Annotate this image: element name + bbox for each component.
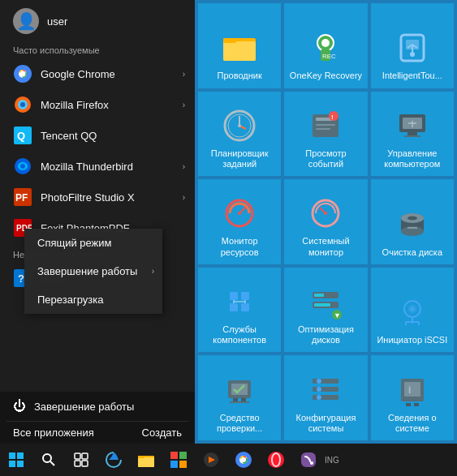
svg-rect-81 bbox=[233, 398, 238, 401]
svg-text:Q: Q bbox=[17, 130, 25, 142]
tile-disk-opt[interactable]: ▼ Оптимизация дисков bbox=[284, 268, 367, 353]
tile-components[interactable]: Службы компонентов bbox=[198, 268, 281, 353]
svg-rect-93 bbox=[414, 403, 419, 406]
app-item-firefox[interactable]: Mozilla Firefox › bbox=[0, 89, 195, 120]
photofiltre-arrow: › bbox=[183, 193, 185, 202]
tile-scheduler[interactable]: Планировщик заданий bbox=[198, 92, 281, 177]
app-label-chrome: Google Chrome bbox=[41, 68, 115, 80]
create-label[interactable]: Создать bbox=[142, 427, 182, 439]
app-item-photofiltre[interactable]: PF PhotoFiltre Studio X › bbox=[0, 182, 195, 212]
svg-rect-62 bbox=[241, 303, 249, 311]
chrome-icon bbox=[13, 64, 32, 84]
svg-rect-86 bbox=[313, 395, 338, 400]
svg-rect-96 bbox=[17, 452, 24, 459]
svg-point-5 bbox=[20, 102, 25, 107]
sys-info-tile-label: Сведения о системе bbox=[371, 413, 454, 434]
opera-taskbar-icon[interactable] bbox=[260, 444, 292, 476]
sys-config-tile-icon bbox=[306, 371, 345, 410]
tiles-panel: Проводник REC OneKey Recovery bbox=[195, 0, 457, 444]
svg-point-99 bbox=[43, 454, 51, 462]
tile-events[interactable]: ! Просмотр событий bbox=[284, 92, 367, 177]
svg-rect-43 bbox=[407, 132, 417, 135]
store-taskbar-icon[interactable] bbox=[162, 444, 195, 476]
shutdown-menu-arrow: › bbox=[152, 267, 154, 276]
disk-opt-tile-label: Оптимизация дисков bbox=[284, 324, 367, 345]
firefox-icon bbox=[13, 95, 32, 114]
context-restart[interactable]: Перезагрузка bbox=[24, 285, 162, 314]
iscsi-tile-label: Инициатор iSCSI bbox=[373, 335, 451, 345]
time-display: ING bbox=[325, 456, 339, 465]
taskbar: ING bbox=[0, 444, 457, 476]
tile-system-mon[interactable]: Системный монитор bbox=[284, 179, 367, 264]
app-item-qq[interactable]: Q Tencent QQ bbox=[0, 120, 195, 151]
sleep-label: Спящий режим bbox=[37, 237, 112, 249]
explorer-tile-icon bbox=[220, 28, 259, 67]
tile-iscsi[interactable]: Инициатор iSCSI bbox=[371, 268, 454, 353]
svg-point-74 bbox=[411, 307, 414, 311]
scheduler-tile-label: Планировщик заданий bbox=[198, 148, 281, 169]
svg-point-87 bbox=[317, 379, 321, 384]
svg-rect-61 bbox=[230, 303, 238, 311]
disk-clean-tile-label: Очистка диска bbox=[379, 247, 446, 258]
svg-rect-85 bbox=[313, 387, 338, 392]
app-label-photofiltre: PhotoFiltre Studio X bbox=[41, 191, 135, 204]
svg-rect-106 bbox=[138, 457, 154, 467]
disk-check-tile-label: Средство проверки... bbox=[198, 413, 281, 434]
tile-intellitouch[interactable]: IntelligentTou... bbox=[371, 3, 454, 88]
app-item-chrome[interactable]: Google Chrome › bbox=[0, 58, 195, 89]
app-item-thunderbird[interactable]: Mozilla Thunderbird › bbox=[0, 151, 195, 182]
edge-taskbar-icon[interactable] bbox=[97, 444, 130, 476]
tile-sys-config[interactable]: Конфигурация системы bbox=[284, 355, 367, 440]
svg-text:!: ! bbox=[331, 114, 334, 121]
svg-text:i: i bbox=[408, 384, 411, 396]
computer-mgmt-tile-label: Управление компьютером bbox=[371, 148, 454, 169]
svg-rect-95 bbox=[9, 452, 15, 459]
svg-rect-68 bbox=[314, 294, 324, 297]
onekey-tile-icon: REC bbox=[306, 28, 345, 67]
context-sleep[interactable]: Спящий режим bbox=[24, 229, 162, 257]
svg-point-89 bbox=[317, 395, 321, 400]
svg-rect-110 bbox=[170, 461, 178, 468]
components-tile-icon bbox=[220, 282, 259, 321]
svg-rect-69 bbox=[314, 303, 330, 307]
tile-explorer[interactable]: Проводник bbox=[198, 3, 281, 88]
svg-rect-82 bbox=[241, 398, 246, 401]
avatar[interactable]: 👤 bbox=[13, 8, 39, 34]
left-panel: 👤 user Часто используемые Google Chrome … bbox=[0, 0, 195, 444]
explorer-taskbar-icon[interactable] bbox=[130, 444, 162, 476]
tile-computer-mgmt[interactable]: Управление компьютером bbox=[371, 92, 454, 177]
events-tile-icon: ! bbox=[306, 106, 345, 145]
context-shutdown-menu[interactable]: Завершение работы › bbox=[24, 257, 162, 285]
user-section: 👤 user bbox=[0, 0, 195, 39]
svg-rect-91 bbox=[404, 382, 420, 397]
taskbar-right: ING bbox=[325, 456, 346, 465]
tile-resource-mon[interactable]: Монитор ресурсов bbox=[198, 179, 281, 264]
tile-disk-clean[interactable]: Очистка диска bbox=[371, 179, 454, 264]
svg-rect-101 bbox=[75, 453, 80, 459]
app-label-firefox: Mozilla Firefox bbox=[41, 99, 109, 111]
start-button[interactable] bbox=[0, 444, 32, 476]
shutdown-button[interactable]: ⏻ Завершение работы bbox=[0, 392, 195, 421]
user-name: user bbox=[47, 15, 67, 28]
search-button[interactable] bbox=[32, 444, 65, 476]
svg-point-49 bbox=[238, 212, 241, 215]
frequently-used-label: Часто используемые bbox=[0, 39, 195, 58]
all-apps-row: Все приложения Создать bbox=[0, 422, 195, 444]
task-view-button[interactable] bbox=[65, 444, 97, 476]
shutdown-menu-label: Завершение работы bbox=[37, 265, 137, 277]
svg-text:PF: PF bbox=[15, 192, 28, 204]
svg-point-119 bbox=[310, 461, 313, 465]
svg-rect-37 bbox=[316, 124, 335, 126]
system-mon-tile-label: Системный монитор bbox=[284, 236, 367, 257]
chrome-taskbar-icon[interactable] bbox=[227, 444, 260, 476]
app-label-qq: Tencent QQ bbox=[41, 130, 97, 142]
tile-onekey[interactable]: REC OneKey Recovery bbox=[284, 3, 367, 88]
viber-taskbar-icon[interactable] bbox=[292, 444, 325, 476]
tile-disk-check[interactable]: Средство проверки... bbox=[198, 355, 281, 440]
shutdown-label: Завершение работы bbox=[34, 401, 134, 413]
all-apps-label[interactable]: Все приложения bbox=[13, 427, 94, 439]
winamp-taskbar-icon[interactable] bbox=[195, 444, 227, 476]
svg-rect-98 bbox=[17, 461, 24, 467]
svg-rect-18 bbox=[223, 41, 256, 61]
tile-sys-info[interactable]: i Сведения о системе bbox=[371, 355, 454, 440]
